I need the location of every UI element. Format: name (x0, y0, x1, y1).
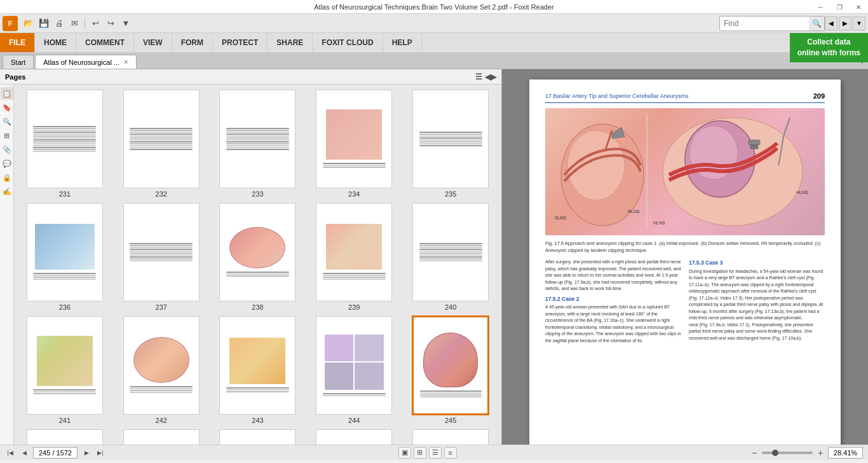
panel-close-icon[interactable]: ◀▶ (485, 73, 496, 81)
thumb-img-240 (412, 203, 489, 301)
thumb-img-239 (316, 203, 392, 301)
zoom-out-button[interactable]: − (749, 448, 759, 458)
pdf-section-heading-1: 17.5.2 Case 2 (545, 295, 681, 303)
print-icon[interactable]: 🖨 (52, 17, 66, 31)
tab-foxit-cloud[interactable]: FOXIT CLOUD (313, 33, 383, 52)
prev-page-button[interactable]: ◀ (19, 448, 29, 458)
thumb-label-236: 236 (59, 303, 71, 311)
continuous-button[interactable]: ≡ (444, 447, 457, 459)
thumb-label-243: 243 (252, 417, 263, 424)
tab-view[interactable]: VIEW (134, 33, 172, 52)
tab-atlas[interactable]: Atlas of Neurosurgical ... ✕ (35, 55, 137, 69)
tab-file[interactable]: FILE (0, 33, 35, 52)
pdf-viewport[interactable]: 17 Basilar Artery Tip and Superior Cereb… (502, 69, 868, 445)
sidebar-security-icon[interactable]: 🔒 (1, 171, 13, 184)
open-icon[interactable]: 📂 (22, 17, 36, 31)
thumbnail-248[interactable]: 248 (212, 429, 304, 445)
save-icon[interactable]: 💾 (37, 17, 51, 31)
thumb-label-233: 233 (252, 190, 263, 198)
zoom-in-button[interactable]: + (815, 448, 825, 458)
tab-protect[interactable]: PROTECT (213, 33, 268, 52)
thumbnail-249[interactable]: 249 (308, 429, 400, 445)
svg-text:RLNS: RLNS (628, 209, 640, 214)
tab-form[interactable]: FORM (172, 33, 213, 52)
email-icon[interactable]: ✉ (67, 17, 81, 31)
next-page-button[interactable]: ▶ (81, 448, 92, 458)
tab-start[interactable]: Start (3, 55, 34, 69)
sidebar-sign-icon[interactable]: ✍ (1, 185, 13, 198)
thumbnail-241[interactable]: 241 (19, 316, 111, 424)
thumbnail-240[interactable]: 240 (405, 203, 496, 311)
thumb-label-232: 232 (156, 190, 167, 198)
thumbnail-236[interactable]: 236 (19, 203, 111, 311)
ribbon-tabs: FILE HOME COMMENT VIEW FORM PROTECT SHAR… (0, 33, 868, 52)
sidebar-layers-icon[interactable]: ⊞ (1, 129, 13, 142)
thumb-img-231 (27, 90, 103, 188)
thumb-img-241 (27, 316, 103, 415)
svg-point-1 (567, 130, 625, 200)
green-banner[interactable]: Collect data online with forms (790, 33, 868, 62)
thumbnail-238[interactable]: 238 (212, 203, 304, 311)
app-logo: F (3, 16, 18, 31)
first-page-button[interactable]: |◀ (5, 448, 15, 458)
search-input[interactable] (720, 18, 809, 29)
last-page-button[interactable]: ▶| (95, 448, 105, 458)
thumbnail-245[interactable]: 245 (405, 316, 496, 424)
search-next-button[interactable]: ▶ (839, 17, 851, 31)
search-options-button[interactable]: ▼ (853, 17, 865, 31)
zoom-input[interactable] (828, 447, 863, 459)
thumbnail-235[interactable]: 235 (405, 90, 496, 198)
thumbnail-244[interactable]: 244 (308, 316, 400, 424)
search-prev-button[interactable]: ◀ (825, 17, 837, 31)
thumbnail-234[interactable]: 234 (308, 90, 400, 198)
single-page-button[interactable]: ☰ (429, 447, 442, 459)
thumbnails-scroll[interactable]: 231 (14, 85, 501, 445)
thumbnail-247[interactable]: 247 (116, 429, 207, 445)
thumbnail-250[interactable]: 250 (405, 429, 496, 445)
thumb-label-241: 241 (59, 417, 71, 424)
thumbnail-237[interactable]: 237 (116, 203, 207, 311)
search-button[interactable]: 🔍 (809, 16, 824, 31)
sidebar-bookmarks-icon[interactable]: 🔖 (1, 101, 13, 114)
status-right: − + (749, 447, 863, 459)
svg-rect-9 (750, 145, 758, 149)
thumbnail-246[interactable]: 246 (19, 429, 111, 445)
thumbnail-231[interactable]: 231 (19, 90, 111, 198)
tab-start-label: Start (11, 59, 25, 66)
fit-page-button[interactable]: ▣ (398, 447, 411, 459)
thumb-img-246 (27, 429, 103, 445)
tab-home[interactable]: HOME (35, 33, 76, 52)
quick-access-icons: 📂 💾 🖨 ✉ ↩ ↪ ▼ (22, 17, 133, 31)
minimize-button[interactable]: ─ (811, 0, 830, 14)
page-input[interactable] (33, 447, 78, 459)
sidebar-attachments-icon[interactable]: 📎 (1, 143, 13, 156)
thumb-img-238 (219, 203, 295, 301)
zoom-thumb[interactable] (772, 450, 778, 456)
thumbnail-243[interactable]: 243 (212, 316, 304, 424)
tab-share[interactable]: SHARE (268, 33, 313, 52)
thumbnail-242[interactable]: 242 (116, 316, 207, 424)
customize-icon[interactable]: ▼ (119, 17, 133, 31)
panel-thumbnail-view-icon[interactable]: ☰ (475, 73, 482, 81)
close-button[interactable]: ✕ (849, 0, 868, 14)
undo-icon[interactable]: ↩ (88, 17, 102, 31)
sidebar-search-icon[interactable]: 🔍 (1, 115, 13, 128)
maximize-button[interactable]: ❐ (830, 0, 849, 14)
fit-width-button[interactable]: ⊞ (414, 447, 426, 459)
tab-close-icon[interactable]: ✕ (123, 59, 128, 66)
thumb-label-240: 240 (445, 303, 456, 311)
thumb-label-238: 238 (252, 303, 263, 311)
thumbnail-232[interactable]: 232 (116, 90, 207, 198)
banner-line1: Collect data (797, 37, 860, 48)
thumbnail-239[interactable]: 239 (308, 203, 400, 311)
thumbnail-233[interactable]: 233 (212, 90, 304, 198)
svg-text:SLNS: SLNS (555, 216, 567, 220)
zoom-slider[interactable] (762, 452, 813, 454)
tab-help[interactable]: HELP (383, 33, 422, 52)
ribbon: F 📂 💾 🖨 ✉ ↩ ↪ ▼ 🔍 ◀ ▶ ▼ FILE HOME COMMEN… (0, 14, 868, 53)
sidebar-comments-icon[interactable]: 💬 (1, 157, 13, 170)
sidebar-pages-icon[interactable]: 📋 (1, 87, 13, 100)
tab-comment[interactable]: COMMENT (76, 33, 134, 52)
redo-icon[interactable]: ↪ (104, 17, 118, 31)
pdf-viewer: 17 Basilar Artery Tip and Superior Cereb… (502, 69, 868, 445)
